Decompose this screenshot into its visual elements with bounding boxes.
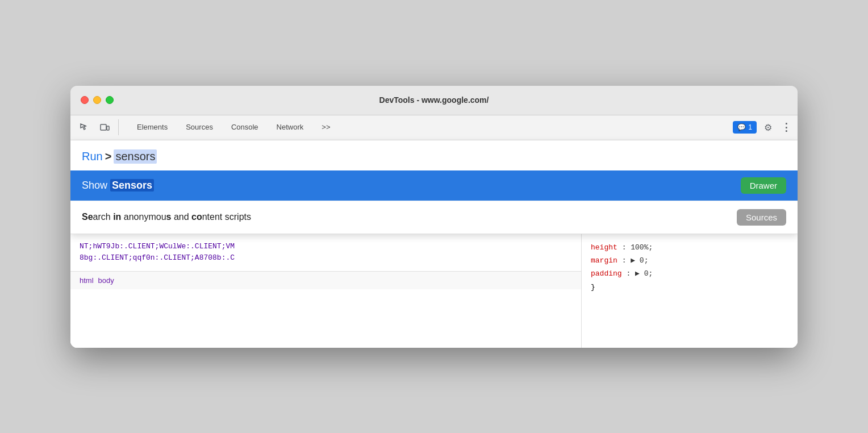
command-query: sensors [114, 149, 157, 164]
result-1-highlight: Sensors [110, 179, 154, 191]
css-height: height : 100%; [591, 241, 788, 254]
command-result-2[interactable]: Search in anonymous and content scripts … [70, 201, 798, 234]
chat-badge-button[interactable]: 💬 1 [733, 121, 757, 134]
result-1-text: Show Sensors [82, 180, 154, 191]
devtools-window: DevTools - www.google.com/ [70, 86, 798, 348]
css-padding-value: : ▶ 0; [626, 269, 653, 278]
tab-bar-tools [75, 118, 121, 136]
result-1-badge: Drawer [741, 177, 786, 194]
command-prefix: Run [82, 150, 103, 163]
tab-bar: Elements Sources Console Network >> 💬 1 [70, 115, 798, 140]
css-height-name: height [591, 243, 617, 252]
svg-rect-0 [101, 124, 106, 130]
more-options-button[interactable]: ⋮ [779, 120, 793, 134]
dom-line-1: NT;hWT9Jb:.CLIENT;WCulWe:.CLIENT;VM [80, 241, 572, 253]
css-padding-name: padding [591, 269, 622, 278]
css-margin-value: : ▶ 0; [622, 256, 649, 265]
result-2-badge: Sources [737, 209, 786, 226]
vertical-dots-icon: ⋮ [781, 121, 792, 134]
css-properties: height : 100%; margin : ▶ 0; padding : ▶… [591, 241, 788, 294]
css-margin: margin : ▶ 0; [591, 254, 788, 267]
tab-elements[interactable]: Elements [128, 115, 177, 140]
css-height-value: : 100%; [622, 243, 653, 252]
traffic-lights [81, 96, 114, 104]
dom-line-2: 8bg:.CLIENT;qqf0n:.CLIENT;A8708b:.C [80, 252, 572, 264]
window-title: DevTools - www.google.com/ [379, 95, 489, 105]
css-closing-brace: } [591, 281, 788, 294]
minimize-button[interactable] [93, 96, 101, 104]
command-input-area[interactable]: Run > sensors [70, 140, 798, 170]
css-padding: padding : ▶ 0; [591, 267, 788, 280]
dom-panel: NT;hWT9Jb:.CLIENT;WCulWe:.CLIENT;VM 8bg:… [70, 234, 582, 348]
gear-icon: ⚙ [764, 122, 772, 133]
close-button[interactable] [81, 96, 89, 104]
styles-panel: height : 100%; margin : ▶ 0; padding : ▶… [582, 234, 798, 348]
devtools-body: Elements Sources Console Network >> 💬 1 [70, 115, 798, 348]
toolbar-divider [118, 119, 119, 135]
chat-count: 1 [748, 123, 752, 131]
settings-button[interactable]: ⚙ [759, 118, 777, 136]
css-margin-name: margin [591, 256, 617, 265]
inspect-icon[interactable] [75, 118, 93, 136]
tab-network[interactable]: Network [268, 115, 313, 140]
command-arrow: > [105, 150, 112, 163]
result-2-text: Search in anonymous and content scripts [82, 212, 251, 222]
result-2-bold-in: in [113, 212, 121, 222]
result-2-bold-se: Se [82, 212, 93, 222]
command-palette: Run > sensors Show Sensors Drawer Search… [70, 140, 798, 234]
tab-console[interactable]: Console [222, 115, 268, 140]
svg-rect-1 [107, 126, 109, 130]
tab-bar-right: 💬 1 ⚙ ⋮ [733, 118, 793, 136]
dom-code: NT;hWT9Jb:.CLIENT;WCulWe:.CLIENT;VM 8bg:… [70, 234, 581, 272]
tab-sources[interactable]: Sources [177, 115, 222, 140]
tab-more[interactable]: >> [312, 115, 339, 140]
title-bar: DevTools - www.google.com/ [70, 86, 798, 115]
main-content: NT;hWT9Jb:.CLIENT;WCulWe:.CLIENT;VM 8bg:… [70, 234, 798, 348]
breadcrumb-bar: html body [70, 271, 581, 289]
breadcrumb-html[interactable]: html [80, 276, 94, 285]
result-2-bold-s: s [166, 212, 172, 222]
result-2-bold-co: co [191, 212, 202, 222]
command-result-1[interactable]: Show Sensors Drawer [70, 170, 798, 201]
chat-icon: 💬 [737, 123, 746, 131]
maximize-button[interactable] [106, 96, 114, 104]
device-toggle-icon[interactable] [95, 118, 114, 136]
breadcrumb-body[interactable]: body [98, 276, 114, 285]
